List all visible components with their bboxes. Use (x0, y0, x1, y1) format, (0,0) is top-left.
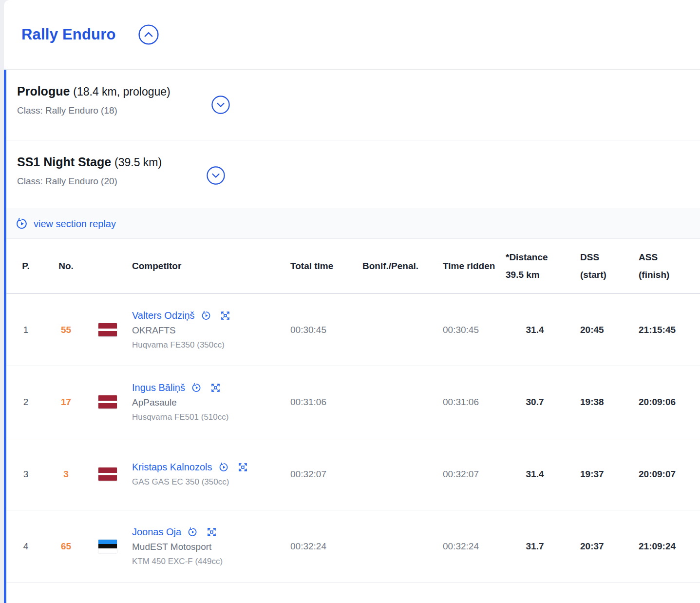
position: 1 (6, 325, 45, 335)
total-time: 00:32:24 (290, 541, 362, 552)
card-header: Rally Enduro (4, 0, 700, 70)
country-flag (98, 540, 117, 553)
distance: 31.4 (506, 325, 564, 335)
time-ridden: 00:31:06 (443, 397, 506, 408)
replay-icon[interactable] (201, 311, 211, 321)
total-time: 00:32:07 (290, 469, 362, 480)
expand-ss1-button[interactable] (207, 166, 225, 185)
header-distance: *Distance 39.5 km (506, 249, 564, 284)
replay-row: view section replay (6, 209, 700, 239)
flag-cell (87, 540, 128, 553)
header-position: P. (6, 257, 45, 275)
competitor-name-link[interactable]: Kristaps Kalnozols (132, 462, 212, 473)
dss-start: 19:37 (564, 469, 628, 480)
stage-name: Prologue (17, 84, 70, 98)
stage-title: SS1 Night Stage (39.5 km) (17, 155, 700, 169)
position: 3 (6, 469, 45, 480)
position: 4 (6, 541, 45, 552)
expand-icon[interactable] (220, 311, 230, 321)
header-time-ridden: Time ridden (443, 257, 506, 275)
header-dss-start: DSS (start) (564, 249, 628, 284)
ass-finish: 20:09:06 (628, 397, 690, 408)
position: 2 (6, 397, 45, 408)
collapse-section-button[interactable] (138, 24, 159, 45)
dss-start: 20:37 (564, 541, 628, 552)
table-header: P. No. Competitor Total time Bonif./Pena… (6, 239, 700, 294)
stage-name: SS1 Night Stage (17, 155, 111, 169)
competitor-cell: Ingus Bāliņš ApPasaule Husqvarna FE501 (… (128, 382, 290, 422)
chevron-up-circle-icon (138, 39, 159, 46)
distance: 30.7 (506, 397, 564, 408)
competitor-cell: Joonas Oja MudEST Motosport KTM 450 EXC-… (128, 526, 290, 566)
chevron-down-circle-icon (207, 179, 225, 186)
expand-icon[interactable] (207, 527, 217, 537)
view-section-replay-link[interactable]: view section replay (16, 217, 116, 230)
competitor-number: 17 (45, 397, 87, 408)
dss-start: 19:38 (564, 397, 628, 408)
team-name: ApPasaule (132, 397, 290, 408)
distance: 31.7 (506, 541, 564, 552)
stage-class-line: Class: Rally Enduro (18) (17, 105, 700, 116)
ass-finish: 21:15:45 (628, 325, 690, 335)
header-bonif-penal: Bonif./Penal. (362, 257, 443, 275)
country-flag (98, 395, 117, 408)
stage-title: Prologue (18.4 km, prologue) (17, 84, 700, 98)
replay-icon[interactable] (219, 462, 229, 472)
competitor-number: 3 (45, 469, 87, 480)
expand-icon[interactable] (238, 462, 248, 472)
header-competitor: Competitor (128, 257, 290, 275)
competitor-name-link[interactable]: Joonas Oja (132, 526, 181, 538)
competitor-name-link[interactable]: Ingus Bāliņš (132, 382, 185, 393)
results-card: Rally Enduro Prologue (18.4 km, prologue… (4, 0, 700, 603)
stages-container: Prologue (18.4 km, prologue) Class: Rall… (4, 70, 700, 603)
header-ass-finish: ASS (finish) (628, 249, 690, 284)
table-row: Ansis Gars (6, 583, 700, 603)
flag-cell (87, 323, 128, 336)
table-row: 1 55 Valters Odziņš OKRAFTS Huqvarna FE3… (6, 294, 700, 366)
team-name: MudEST Motosport (132, 542, 290, 552)
replay-icon[interactable] (191, 383, 202, 393)
stage-section-ss1: SS1 Night Stage (39.5 km) Class: Rally E… (6, 140, 700, 209)
time-ridden: 00:32:07 (443, 469, 506, 480)
dss-start: 20:45 (564, 325, 628, 335)
ass-finish: 20:09:07 (628, 469, 690, 480)
time-ridden: 00:32:24 (443, 541, 506, 552)
stage-section-prologue: Prologue (18.4 km, prologue) Class: Rall… (6, 70, 700, 140)
replay-link-label: view section replay (34, 218, 116, 230)
header-total-time: Total time (290, 257, 362, 275)
total-time: 00:30:45 (290, 325, 362, 335)
expand-icon[interactable] (210, 383, 221, 393)
competitor-cell: Valters Odziņš OKRAFTS Huqvarna FE350 (3… (128, 310, 290, 350)
flag-cell (87, 395, 128, 408)
ass-finish: 21:09:24 (628, 541, 690, 552)
stage-detail: (18.4 km, prologue) (73, 85, 170, 98)
expand-prologue-button[interactable] (211, 96, 230, 114)
bike-model: Husqvarna FE501 (510cc) (132, 412, 290, 422)
chevron-down-circle-icon (211, 108, 230, 116)
team-name: OKRAFTS (132, 325, 290, 336)
stage-detail: (39.5 km) (114, 156, 162, 169)
bike-model: Huqvarna FE350 (350cc) (132, 340, 290, 350)
page-title: Rally Enduro (21, 26, 116, 43)
stage-class-line: Class: Rally Enduro (20) (17, 176, 700, 187)
time-ridden: 00:30:45 (443, 325, 506, 335)
competitor-number: 65 (45, 541, 87, 552)
table-row: 4 65 Joonas Oja MudEST Motosport KTM 450… (6, 510, 700, 583)
competitor-number: 55 (45, 325, 87, 335)
replay-icon[interactable] (188, 527, 198, 537)
flag-cell (87, 467, 128, 481)
bike-model: KTM 450 EXC-F (449cc) (132, 557, 290, 566)
country-flag (98, 467, 117, 481)
distance: 31.4 (506, 469, 564, 480)
competitor-cell: Kristaps Kalnozols GAS GAS EC 350 (350cc… (128, 462, 290, 487)
table-row: 3 3 Kristaps Kalnozols GAS GAS EC 350 (3… (6, 438, 700, 510)
replay-icon (16, 217, 28, 230)
competitor-name-link[interactable]: Valters Odziņš (132, 310, 195, 321)
country-flag (98, 323, 117, 336)
bike-model: GAS GAS EC 350 (350cc) (132, 477, 290, 487)
header-number: No. (45, 257, 87, 275)
table-row: 2 17 Ingus Bāliņš ApPasaule Husqvarna FE… (6, 366, 700, 438)
total-time: 00:31:06 (290, 397, 362, 408)
